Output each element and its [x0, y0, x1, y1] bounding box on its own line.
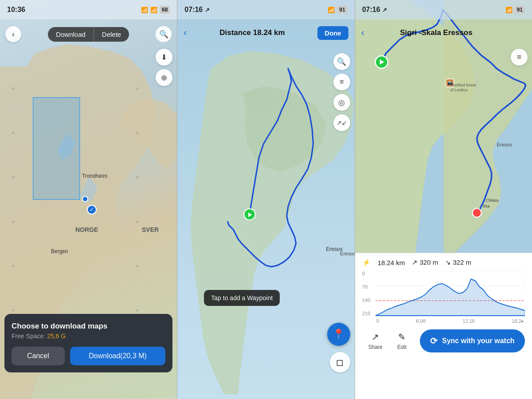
edit-action[interactable]: ✎ Edit [389, 332, 415, 350]
route-stats: ⚡ 18.24 km ↗ 320 m ↘ 322 m [362, 258, 525, 266]
search-button-1[interactable]: 🔍 [156, 26, 172, 42]
svg-point-19 [472, 208, 481, 217]
svg-point-6 [136, 87, 139, 90]
free-space: 25,6 G [47, 332, 66, 340]
status-bar-2: 07:16 ↗ 📶 91 [177, 0, 354, 20]
toolbar-2: ‹ Distance 18.24 km Done [177, 23, 354, 43]
eraser-button[interactable]: ◻ [330, 352, 350, 372]
panel-route-detail: 📷 Eresos Petrified forest of Lesbos Chli… [355, 0, 532, 399]
svg-text:Chliara: Chliara [485, 198, 498, 203]
wifi-icon-1: 📶 [150, 7, 157, 13]
download-confirm-button[interactable]: Download(20,3 M) [70, 347, 166, 365]
svg-text:Petrified forest: Petrified forest [450, 83, 476, 87]
toolbar-3: ‹ Sigri -Skala Eressos [355, 23, 532, 43]
svg-point-2 [12, 176, 15, 179]
cancel-button[interactable]: Cancel [12, 347, 65, 365]
signal-icon-1: 📶 [141, 7, 148, 13]
descent-stat: ↘ 322 m [445, 258, 471, 266]
battery-3: 91 [515, 6, 525, 14]
right-buttons-2: 🔍 ≡ ◎ ↗↙ [333, 53, 350, 131]
route-distance-title: Distance 18.24 km [219, 28, 285, 37]
elevation-chart: 210 140 70 0 0 6.08 [362, 271, 525, 324]
share-label: Share [368, 344, 383, 350]
right-buttons-1: ⬇ ⊕ [156, 49, 172, 86]
route-detail-bottom: ⚡ 18.24 km ↗ 320 m ↘ 322 m 210 140 70 0 [355, 253, 532, 399]
status-icons-1: 📶 📶 68 [141, 6, 170, 14]
sync-label: Sync with your watch [442, 337, 515, 345]
add-point-button[interactable]: 📍 [327, 323, 350, 346]
back-button-1[interactable]: ‹ [5, 26, 21, 42]
svg-rect-12 [33, 98, 80, 200]
svg-point-9 [136, 220, 139, 223]
layers-button-3[interactable]: ≡ [511, 49, 528, 66]
panel-download: Trondheim Bergen NORGE SVER ✓ 10:36 📶 📶 … [0, 0, 177, 399]
time-1: 10:36 [7, 6, 25, 14]
delete-button[interactable]: Delete [94, 27, 129, 42]
edit-label: Edit [397, 344, 407, 350]
panel-route: Eresos Eresos 07:16 ↗ 📶 91 ‹ Distance 18… [177, 0, 355, 399]
svg-point-3 [12, 220, 15, 223]
svg-point-1 [12, 132, 15, 134]
chart-x-labels: 0 6.08 12.16 18.2▸ [376, 318, 525, 324]
svg-point-4 [12, 265, 15, 267]
distance-stat: 18.24 km [378, 259, 405, 266]
time-3: 07:16 ↗ [362, 6, 387, 14]
download-button[interactable]: Download [48, 27, 94, 42]
svg-point-8 [136, 176, 139, 179]
svg-text:Ska: Ska [482, 204, 489, 208]
battery-2: 91 [337, 6, 347, 14]
layers-button[interactable]: ≡ [333, 74, 350, 90]
svg-text:Eresos: Eresos [340, 251, 354, 256]
share-action[interactable]: ↗ Share [362, 332, 389, 350]
download-dialog: Choose to download maps Free Space: 25,6… [4, 314, 172, 372]
svg-text:Eresos: Eresos [497, 142, 512, 147]
status-bar-1: 10:36 📶 📶 68 [0, 0, 177, 20]
gps-button[interactable]: ◎ [333, 94, 350, 111]
svg-point-5 [12, 309, 15, 312]
dialog-subtitle: Free Space: 25,6 G [12, 332, 165, 340]
chart-y-labels: 210 140 70 0 [362, 271, 375, 316]
download-delete-group: Download Delete [48, 27, 129, 42]
svg-point-10 [136, 265, 139, 267]
status-icons-2: 📶 91 [328, 6, 347, 14]
signal-icon-3: 📶 [505, 7, 512, 13]
svg-point-7 [136, 132, 139, 134]
route-options-button[interactable]: ↗↙ [333, 114, 350, 131]
location-dot-2: ✓ [87, 205, 97, 215]
location-button-1[interactable]: ⊕ [156, 69, 172, 86]
sync-icon: ⟳ [430, 336, 438, 346]
back-button-2[interactable]: ‹ [184, 27, 187, 39]
share-icon: ↗ [372, 332, 379, 342]
time-2: 07:16 ↗ [184, 6, 209, 14]
route-name-title: Sigri -Skala Eressos [400, 28, 472, 37]
location-dot-1 [82, 196, 88, 202]
svg-text:of Lesbos: of Lesbos [450, 88, 468, 92]
toolbar-1: ‹ Download Delete 🔍 [0, 23, 177, 45]
dialog-buttons: Cancel Download(20,3 M) [12, 347, 165, 365]
status-bar-3: 07:16 ↗ 📶 91 [355, 0, 532, 20]
waypoint-tooltip: Tap to add a Waypoint [204, 290, 280, 306]
lightning-icon: ⚡ [362, 258, 371, 266]
svg-point-0 [12, 87, 15, 90]
sync-watch-button[interactable]: ⟳ Sync with your watch [420, 329, 525, 352]
download-map-button[interactable]: ⬇ [156, 49, 172, 66]
svg-point-11 [136, 309, 139, 312]
dialog-title: Choose to download maps [12, 322, 165, 331]
ascent-stat: ↗ 320 m [412, 258, 438, 266]
signal-icon-2: 📶 [328, 7, 335, 13]
right-buttons-3: ≡ [511, 49, 528, 66]
search-button-2[interactable]: 🔍 [333, 53, 350, 70]
done-button[interactable]: Done [317, 26, 348, 40]
battery-1: 68 [160, 6, 170, 14]
back-button-3[interactable]: ‹ [361, 27, 364, 39]
edit-icon: ✎ [398, 332, 406, 342]
route-actions: ↗ Share ✎ Edit ⟳ Sync with your watch [362, 329, 525, 352]
status-icons-3: 📶 91 [505, 6, 525, 14]
